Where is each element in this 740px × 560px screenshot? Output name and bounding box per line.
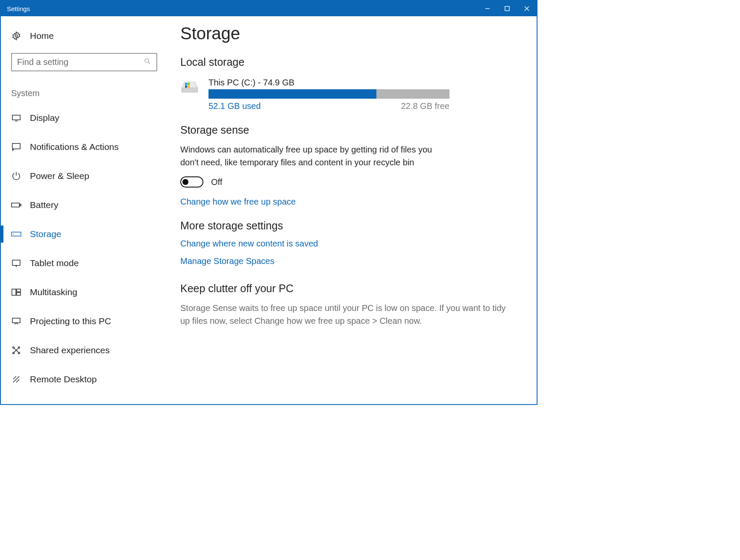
svg-rect-13 [12,232,21,236]
more-storage-heading: More storage settings [180,220,524,232]
sidebar-item-multitasking[interactable]: Multitasking [1,278,171,307]
home-button[interactable]: Home [1,21,171,50]
sidebar-item-display[interactable]: Display [1,103,171,132]
svg-line-6 [148,62,150,64]
sidebar-item-projecting[interactable]: Projecting to this PC [1,307,171,336]
storage-sense-toggle-label: Off [211,177,222,187]
tablet-icon [11,258,21,268]
storage-sense-toggle[interactable] [180,176,203,188]
svg-rect-31 [188,85,190,88]
svg-rect-18 [17,289,21,292]
search-container [1,50,171,77]
svg-rect-7 [12,115,20,120]
clutter-description: Storage Sense waits to free up space unt… [180,302,514,327]
svg-rect-1 [505,6,509,11]
power-icon [11,171,21,181]
change-free-up-link[interactable]: Change how we free up space [180,197,524,207]
drive-used-text: 52.1 GB used [208,101,261,111]
storage-sense-heading: Storage sense [180,124,524,136]
search-input[interactable] [17,57,144,67]
sidebar-item-label: Display [30,113,59,123]
window-maximize-button[interactable] [497,1,517,16]
sidebar-item-remote[interactable]: Remote Desktop [1,365,171,394]
clutter-heading: Keep clutter off your PC [180,282,524,295]
svg-rect-17 [12,289,16,296]
svg-rect-29 [188,83,190,85]
svg-point-22 [18,347,20,349]
window-minimize-button[interactable] [478,1,497,16]
sidebar-item-power[interactable]: Power & Sleep [1,161,171,191]
sidebar-group-label: System [1,77,171,103]
search-icon [144,57,151,67]
storage-icon [11,229,21,239]
storage-sense-description: Windows can automatically free up space … [180,143,443,169]
remote-icon [11,374,21,384]
svg-point-23 [13,352,15,354]
svg-rect-15 [12,260,20,266]
projecting-icon [11,316,21,326]
sidebar-item-storage[interactable]: Storage [1,220,171,249]
drive-row[interactable]: This PC (C:) - 74.9 GB 52.1 GB used 22.8… [180,78,524,111]
sidebar-item-label: Notifications & Actions [30,142,119,152]
search-box[interactable] [11,53,157,71]
window-close-button[interactable] [517,1,537,16]
svg-point-4 [15,35,18,37]
sidebar: Home System Display Notifications & Acti… [1,16,171,404]
home-label: Home [30,31,54,41]
notifications-icon [11,142,21,152]
battery-icon [11,200,21,210]
sidebar-item-battery[interactable]: Battery [1,191,171,220]
sidebar-item-label: Shared experiences [30,345,110,355]
svg-point-14 [13,234,14,235]
svg-point-24 [18,352,20,354]
svg-point-5 [145,59,149,62]
sidebar-item-label: Storage [30,229,62,239]
svg-point-16 [16,266,17,267]
drive-free-text: 22.8 GB free [401,101,449,111]
local-storage-heading: Local storage [180,56,524,68]
multitasking-icon [11,287,21,297]
display-icon [11,113,21,123]
gear-icon [11,31,21,41]
svg-point-21 [13,347,15,349]
svg-rect-27 [182,88,198,92]
window-titlebar: Settings [1,1,537,16]
main-panel: Storage Local storage This PC (C:) - 74.… [171,16,537,404]
svg-rect-20 [12,318,20,323]
change-content-location-link[interactable]: Change where new content is saved [180,239,524,249]
svg-rect-12 [20,204,21,206]
window-title: Settings [7,5,30,12]
sidebar-item-label: Remote Desktop [30,374,97,384]
drive-icon [180,79,203,96]
svg-rect-19 [17,293,21,295]
manage-storage-spaces-link[interactable]: Manage Storage Spaces [180,256,524,266]
sidebar-item-label: Multitasking [30,287,77,297]
svg-rect-28 [185,83,187,85]
sidebar-item-label: Power & Sleep [30,171,89,181]
sidebar-item-notifications[interactable]: Notifications & Actions [1,132,171,161]
sidebar-item-label: Projecting to this PC [30,316,111,326]
drive-usage-bar [208,89,449,99]
sidebar-item-shared[interactable]: Shared experiences [1,336,171,365]
sidebar-item-tablet[interactable]: Tablet mode [1,249,171,278]
svg-rect-30 [185,85,187,88]
sidebar-item-label: Tablet mode [30,258,79,268]
drive-label: This PC (C:) - 74.9 GB [208,78,449,88]
sidebar-item-label: Battery [30,200,59,210]
svg-rect-11 [12,203,19,207]
shared-icon [11,345,21,355]
page-title: Storage [180,24,524,43]
svg-rect-9 [12,144,20,149]
